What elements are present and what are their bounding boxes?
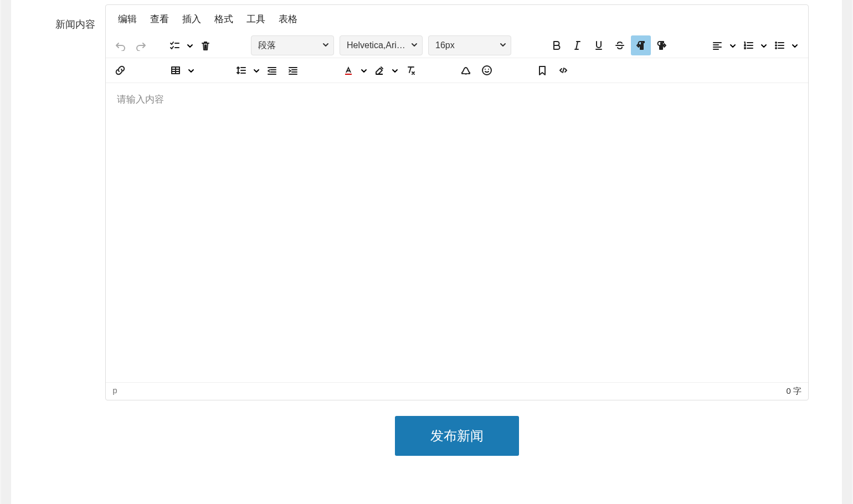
outdent-button[interactable]	[262, 60, 282, 80]
strikethrough-icon	[614, 40, 625, 51]
ordered-list-button[interactable]	[738, 35, 758, 55]
indent-icon	[287, 65, 299, 76]
editor-statusbar: p 0 字	[106, 382, 808, 400]
emoji-button[interactable]	[477, 60, 497, 80]
line-height-icon	[235, 65, 246, 76]
word-count: 0 字	[786, 386, 801, 397]
unordered-list-dropdown[interactable]	[789, 35, 799, 55]
element-path[interactable]: p	[112, 387, 117, 396]
link-button[interactable]	[110, 60, 130, 80]
clear-format-icon	[405, 65, 416, 76]
chevron-down-icon	[321, 40, 329, 50]
italic-icon	[572, 40, 583, 51]
table-button[interactable]	[166, 60, 186, 80]
bold-button[interactable]	[547, 35, 567, 55]
unordered-list-icon	[774, 40, 785, 51]
special-char-button[interactable]	[456, 60, 476, 80]
editor-toolbar-row-1: 段落 Helvetica,Arial... 16px	[106, 33, 808, 58]
chevron-down-icon	[410, 40, 418, 50]
checklist-button[interactable]	[165, 35, 184, 55]
svg-point-6	[482, 66, 491, 75]
outdent-icon	[266, 65, 278, 76]
block-format-select[interactable]: 段落	[251, 35, 334, 55]
menu-tools[interactable]: 工具	[240, 8, 272, 30]
line-height-button[interactable]	[231, 60, 251, 80]
align-left-icon	[712, 40, 723, 51]
ordered-list-icon	[743, 40, 754, 51]
text-color-icon	[343, 65, 354, 76]
publish-button[interactable]: 发布新闻	[395, 416, 519, 456]
editor-toolbar-row-2	[106, 58, 808, 83]
field-label: 新闻内容	[11, 4, 105, 31]
code-icon	[558, 65, 569, 76]
svg-point-2	[775, 48, 777, 49]
ltr-button[interactable]	[631, 35, 651, 55]
menu-format[interactable]: 格式	[208, 8, 240, 30]
editor-menubar: 编辑 查看 插入 格式 工具 表格	[106, 5, 808, 33]
align-dropdown[interactable]	[727, 35, 737, 55]
italic-button[interactable]	[568, 35, 588, 55]
font-family-select[interactable]: Helvetica,Arial...	[340, 35, 423, 55]
bookmark-button[interactable]	[532, 60, 552, 80]
rtl-button[interactable]	[652, 35, 672, 55]
bg-color-icon	[374, 65, 385, 76]
trash-icon	[200, 40, 211, 51]
table-dropdown[interactable]	[186, 60, 196, 80]
checklist-icon	[169, 40, 180, 51]
svg-point-1	[775, 45, 777, 46]
code-button[interactable]	[553, 60, 573, 80]
editor-content[interactable]: 请输入内容	[106, 83, 808, 382]
omega-icon	[460, 65, 471, 76]
font-size-select[interactable]: 16px	[428, 35, 511, 55]
font-size-value: 16px	[435, 40, 455, 50]
menu-table[interactable]: 表格	[272, 8, 304, 30]
chevron-down-icon	[499, 40, 506, 50]
checklist-dropdown[interactable]	[184, 35, 194, 55]
undo-icon	[115, 40, 126, 51]
svg-point-0	[775, 42, 777, 43]
text-color-dropdown[interactable]	[358, 60, 368, 80]
bg-color-button[interactable]	[369, 60, 389, 80]
strikethrough-button[interactable]	[610, 35, 630, 55]
delete-button[interactable]	[196, 35, 215, 55]
rtl-icon	[656, 40, 667, 51]
bg-color-dropdown[interactable]	[389, 60, 399, 80]
unordered-list-button[interactable]	[769, 35, 789, 55]
undo-button[interactable]	[110, 35, 130, 55]
table-icon	[170, 65, 181, 76]
line-height-dropdown[interactable]	[251, 60, 261, 80]
bookmark-icon	[537, 65, 548, 76]
rich-text-editor: 编辑 查看 插入 格式 工具 表格	[105, 4, 809, 400]
editor-placeholder: 请输入内容	[117, 94, 164, 105]
ordered-list-dropdown[interactable]	[758, 35, 768, 55]
align-button[interactable]	[707, 35, 727, 55]
underline-icon	[593, 40, 604, 51]
block-format-value: 段落	[258, 40, 276, 52]
redo-button[interactable]	[131, 35, 151, 55]
text-color-button[interactable]	[338, 60, 358, 80]
svg-rect-5	[376, 74, 383, 75]
clear-format-button[interactable]	[400, 60, 420, 80]
underline-button[interactable]	[589, 35, 609, 55]
menu-insert[interactable]: 插入	[176, 8, 208, 30]
indent-button[interactable]	[283, 60, 303, 80]
link-icon	[115, 65, 126, 76]
redo-icon	[136, 40, 147, 51]
menu-edit[interactable]: 编辑	[111, 8, 143, 30]
bold-icon	[551, 40, 562, 51]
font-family-value: Helvetica,Arial...	[347, 40, 405, 50]
menu-view[interactable]: 查看	[143, 8, 176, 30]
ltr-icon	[635, 40, 646, 51]
smile-icon	[481, 65, 492, 76]
svg-rect-4	[345, 74, 352, 75]
